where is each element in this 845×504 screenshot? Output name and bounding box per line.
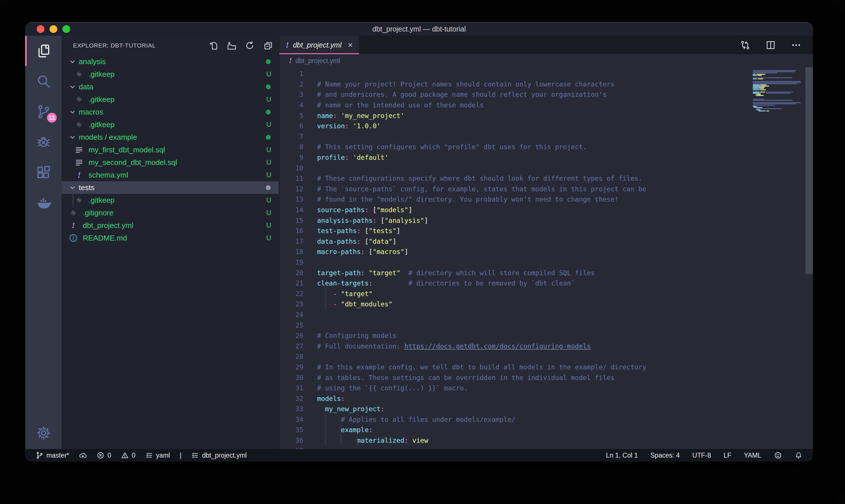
code-line[interactable]: 13# found in the "models/" directory. Yo… xyxy=(279,194,813,205)
code-editor[interactable]: 12# Name your project! Project names sho… xyxy=(279,67,813,449)
vscode-window: dbt_project.yml — dbt-tutorial xyxy=(25,22,813,462)
tree-file-schema-yml[interactable]: !schema.ymlU xyxy=(61,169,279,181)
tree-folder-models-example[interactable]: models / example xyxy=(61,131,279,143)
tree-file-readme-md[interactable]: README.mdU xyxy=(61,232,279,244)
editor-scrollbar[interactable] xyxy=(806,67,813,274)
collapse-all-icon[interactable] xyxy=(263,41,273,50)
code-line[interactable]: 10 xyxy=(279,163,813,173)
tree-file--gitkeep[interactable]: .gitkeepU xyxy=(61,93,279,106)
refresh-icon[interactable] xyxy=(245,41,255,50)
code-line[interactable]: 22 - "target" xyxy=(279,288,813,299)
status-right-utf-8[interactable]: UTF-8 xyxy=(692,452,711,459)
status-right-bell[interactable] xyxy=(795,451,803,459)
activity-bar: 11 xyxy=(25,36,61,449)
tree-folder-data[interactable]: data xyxy=(61,80,279,93)
minimize-window-button[interactable] xyxy=(50,25,57,33)
tree-file-my-first-dbt-model-sql[interactable]: my_first_dbt_model.sqlU xyxy=(61,143,279,156)
status-left-checklist[interactable]: yaml xyxy=(145,451,170,459)
line-number: 22 xyxy=(279,290,303,298)
code-line[interactable]: 16test-paths: ["tests"] xyxy=(279,226,813,236)
code-line[interactable]: 27# Full documentation: https://docs.get… xyxy=(279,341,813,352)
minimap[interactable] xyxy=(753,69,804,118)
code-lines: 12# Name your project! Project names sho… xyxy=(279,69,813,449)
code-line[interactable]: 32models: xyxy=(279,393,813,404)
tree-indent-guide xyxy=(73,194,73,206)
code-line[interactable]: 11# These configurations specify where d… xyxy=(279,173,813,184)
code-line[interactable]: 17data-paths: ["data"] xyxy=(279,236,813,247)
tree-file--gitkeep[interactable]: .gitkeepU xyxy=(61,68,279,80)
source-control-icon[interactable]: 11 xyxy=(25,96,61,127)
status-right-ln-1-col-1[interactable]: Ln 1, Col 1 xyxy=(606,452,638,459)
status-left-cloud-upload[interactable] xyxy=(79,451,87,459)
code-line[interactable]: 36 materialized: view xyxy=(279,435,813,446)
tree-file-my-second-dbt-model-sql[interactable]: my_second_dbt_model.sqlU xyxy=(61,156,279,169)
split-editor-icon[interactable] xyxy=(766,40,776,50)
code-line[interactable]: 31# using the `{{ config(...) }}` macro. xyxy=(279,383,813,394)
status-right-spaces-4[interactable]: Spaces: 4 xyxy=(650,452,680,459)
status-left-error-circle[interactable]: 0 xyxy=(96,451,111,459)
code-line[interactable]: 3# and underscores. A good package name … xyxy=(279,89,813,100)
code-line[interactable]: 28 xyxy=(279,352,813,362)
new-folder-icon[interactable] xyxy=(227,41,236,50)
debug-icon[interactable] xyxy=(25,127,61,157)
docker-icon[interactable] xyxy=(25,187,61,218)
code-line[interactable]: 37 xyxy=(279,446,813,449)
code-line[interactable]: 18macro-paths: ["macros"] xyxy=(279,247,813,257)
status-left-checklist[interactable]: dbt_project.yml xyxy=(191,451,247,459)
new-file-icon[interactable] xyxy=(208,41,218,50)
code-line[interactable]: 4# name or the intended use of these mod… xyxy=(279,100,813,110)
folder-changes-dot xyxy=(266,185,271,190)
code-line[interactable]: 1 xyxy=(279,69,813,79)
status-right-yaml[interactable]: YAML xyxy=(744,452,761,459)
code-line[interactable]: 15analysis-paths: ["analysis"] xyxy=(279,215,813,226)
status-right-smiley[interactable] xyxy=(774,451,782,459)
code-line[interactable]: 8# This setting configures which "profil… xyxy=(279,142,813,152)
code-line[interactable]: 33 my_new_project: xyxy=(279,404,813,414)
code-line[interactable]: 35 example: xyxy=(279,425,813,435)
tree-item-label: my_first_dbt_model.sql xyxy=(89,145,165,154)
explorer-icon[interactable] xyxy=(25,36,61,66)
tree-file--gitignore[interactable]: .gitignoreU xyxy=(61,206,279,219)
code-line[interactable]: 26# Configuring models xyxy=(279,330,813,341)
code-line[interactable]: 9profile: 'default' xyxy=(279,152,813,163)
tree-file--gitkeep[interactable]: .gitkeepU xyxy=(61,118,279,131)
code-line[interactable]: 34 # Applies to all files under models/e… xyxy=(279,414,813,425)
tab-close-icon[interactable]: × xyxy=(348,40,353,50)
code-line[interactable]: 21clean-targets: # directories to be rem… xyxy=(279,278,813,289)
error-circle-icon xyxy=(96,451,105,459)
zoom-window-button[interactable] xyxy=(62,25,70,33)
yaml-warning-icon: ! xyxy=(77,170,81,180)
code-line[interactable]: 19 xyxy=(279,257,813,268)
code-line[interactable]: 12# The `source-paths` config, for examp… xyxy=(279,184,813,195)
tree-folder-analysis[interactable]: analysis xyxy=(61,55,279,68)
code-line[interactable]: 29# In this example config, we tell dbt … xyxy=(279,362,813,373)
settings-gear-icon[interactable] xyxy=(25,417,61,449)
code-line[interactable]: 23 - "dbt_modules" xyxy=(279,299,813,309)
folder-changes-dot xyxy=(266,59,271,64)
status-right-lf[interactable]: LF xyxy=(723,452,731,459)
code-line[interactable]: 2# Name your project! Project names shou… xyxy=(279,79,813,90)
search-icon[interactable] xyxy=(25,66,61,96)
code-line[interactable]: 5name: 'my_new_project' xyxy=(279,110,813,121)
open-changes-icon[interactable] xyxy=(740,40,751,50)
code-line[interactable]: 24 xyxy=(279,309,813,320)
code-line[interactable]: 30# as tables. These settings can be ove… xyxy=(279,372,813,383)
tab-dbt-project-yml[interactable]: ! dbt_project.yml × xyxy=(279,36,359,54)
extensions-icon[interactable] xyxy=(25,157,61,187)
status-left-warning-triangle[interactable]: 0 xyxy=(121,451,136,459)
folder-changes-dot xyxy=(266,135,271,140)
line-number: 29 xyxy=(279,363,303,371)
code-line[interactable]: 7 xyxy=(279,131,813,142)
code-line[interactable]: 14source-paths: ["models"] xyxy=(279,205,813,215)
code-line[interactable]: 25 xyxy=(279,320,813,330)
code-line[interactable]: 20target-path: "target" # directory whic… xyxy=(279,268,813,278)
tree-file-dbt-project-yml[interactable]: !dbt_project.ymlU xyxy=(61,219,279,232)
status-left-git-branch[interactable]: master* xyxy=(36,451,69,459)
breadcrumb[interactable]: ! dbt_project.yml xyxy=(279,54,813,67)
tree-folder-macros[interactable]: macros xyxy=(61,106,279,118)
tree-file--gitkeep[interactable]: .gitkeepU xyxy=(61,194,279,206)
code-line[interactable]: 6version: '1.0.0' xyxy=(279,121,813,131)
tree-folder-tests[interactable]: tests xyxy=(61,181,279,194)
close-window-button[interactable] xyxy=(37,25,44,33)
more-actions-icon[interactable] xyxy=(791,40,802,50)
